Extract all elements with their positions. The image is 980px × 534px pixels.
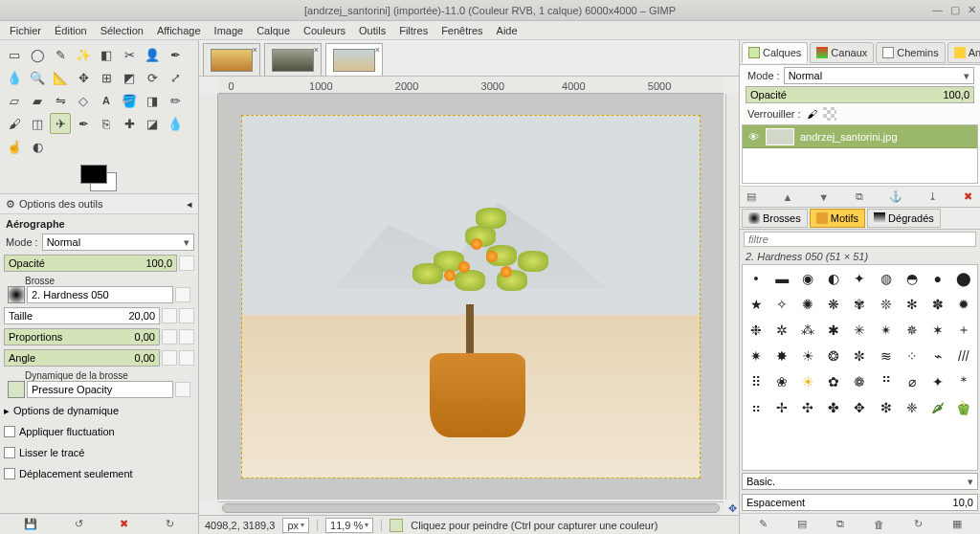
raise-layer-icon[interactable]: ▲: [780, 189, 795, 205]
pattern-cell[interactable]: ❋: [821, 292, 846, 317]
pattern-cell[interactable]: ✹: [951, 292, 976, 317]
pattern-cell[interactable]: ＊: [951, 369, 976, 394]
opacity-reset-button[interactable]: [179, 256, 194, 271]
tool-rect-select[interactable]: ▭: [4, 44, 25, 65]
dynamics-preview[interactable]: [8, 381, 25, 398]
new-brush-icon[interactable]: ▤: [797, 518, 807, 530]
spacing-field[interactable]: Espacement 10,0: [742, 494, 978, 511]
menu-colors[interactable]: Couleurs: [298, 23, 351, 38]
pattern-cell[interactable]: ❊: [874, 292, 899, 317]
tool-eraser[interactable]: ◫: [27, 113, 48, 134]
mode-dropdown[interactable]: Normal: [42, 234, 194, 251]
menu-filters[interactable]: Filtres: [393, 23, 434, 38]
tool-scissors[interactable]: ✂: [119, 44, 140, 65]
close-window-button[interactable]: ✕: [968, 4, 976, 16]
pattern-cell[interactable]: ❇: [874, 395, 899, 420]
restore-preset-icon[interactable]: ↺: [75, 518, 83, 530]
pattern-cell[interactable]: ＋: [951, 318, 976, 343]
pattern-cell[interactable]: ✷: [744, 344, 768, 368]
lock-alpha-icon[interactable]: [823, 107, 836, 121]
size-reset-button[interactable]: [162, 308, 177, 323]
tool-free-select[interactable]: ✎: [50, 44, 71, 65]
pattern-cell[interactable]: ///: [951, 344, 976, 368]
tool-rotate[interactable]: ⟳: [142, 67, 163, 88]
tool-shear[interactable]: ▱: [4, 90, 25, 111]
pattern-cell[interactable]: ✾: [847, 292, 872, 317]
tool-pencil[interactable]: ✏: [165, 90, 186, 111]
menu-image[interactable]: Image: [209, 23, 250, 38]
pattern-cell[interactable]: 🌶: [925, 395, 950, 420]
pattern-cell[interactable]: ❀: [769, 369, 794, 394]
pattern-cell[interactable]: •: [744, 266, 768, 291]
brush-preset-dropdown[interactable]: Basic.: [742, 473, 978, 490]
maximize-button[interactable]: ▢: [950, 4, 960, 16]
pattern-cell[interactable]: ✧: [769, 292, 794, 317]
tool-move[interactable]: ✥: [73, 67, 94, 88]
tool-text[interactable]: A: [96, 90, 117, 111]
tool-gradient[interactable]: ◨: [142, 90, 163, 111]
tool-crop[interactable]: ◩: [119, 67, 140, 88]
color-swatches[interactable]: [0, 163, 198, 193]
pattern-cell[interactable]: ≋: [874, 344, 899, 368]
delete-layer-icon[interactable]: ✖: [961, 189, 976, 205]
pattern-cell[interactable]: ☀: [795, 369, 820, 394]
pattern-cell[interactable]: ✦: [925, 369, 950, 394]
visibility-toggle-icon[interactable]: 👁: [746, 131, 760, 143]
tool-zoom[interactable]: 🔍: [27, 67, 48, 88]
move-only-checkbox[interactable]: Déplacement seulement: [4, 465, 194, 482]
pattern-cell[interactable]: ✶: [925, 318, 950, 343]
angle-link-button[interactable]: [179, 350, 194, 366]
tab-layers[interactable]: Calques: [742, 42, 808, 63]
pattern-cell[interactable]: ◐: [821, 266, 846, 291]
save-preset-icon[interactable]: 💾: [24, 518, 37, 530]
tool-ellipse-select[interactable]: ◯: [27, 44, 48, 65]
pattern-cell[interactable]: ✳: [847, 318, 872, 343]
lower-layer-icon[interactable]: ▼: [816, 189, 832, 205]
tool-options-tab[interactable]: ⚙ Options des outils ◂: [0, 193, 198, 214]
pattern-cell[interactable]: ⌁: [925, 344, 950, 368]
layer-opacity-slider[interactable]: Opacité 100,0: [746, 86, 974, 103]
close-tab-icon[interactable]: ×: [253, 45, 257, 55]
tool-bucket[interactable]: 🪣: [119, 90, 140, 111]
layer-mode-dropdown[interactable]: Normal: [784, 67, 974, 84]
brush-select[interactable]: 2. Hardness 050: [27, 286, 173, 303]
pattern-cell[interactable]: ▬: [769, 266, 794, 291]
tab-channels[interactable]: Canaux: [810, 42, 874, 63]
brush-edit-button[interactable]: [175, 287, 190, 302]
pattern-cell[interactable]: ❉: [744, 318, 768, 343]
pattern-cell[interactable]: ✽: [925, 292, 950, 317]
pattern-cell[interactable]: ✻: [900, 292, 924, 317]
anchor-layer-icon[interactable]: ⚓: [888, 189, 903, 205]
ruler-horizontal[interactable]: 0 1000 2000 3000 4000 5000: [218, 77, 724, 94]
tool-perspective-clone[interactable]: ◪: [142, 113, 163, 134]
pattern-cell[interactable]: ✸: [769, 344, 794, 368]
tab-gradients[interactable]: Dégradés: [867, 209, 941, 228]
pattern-grid[interactable]: •▬◉◐✦◍◓●⬤ ★✧✺❋✾❊✻✽✹ ❉✲⁂✱✳✴✵✶＋ ✷✸☀❂✼≋⁘⌁//…: [742, 264, 978, 471]
image-tab-2[interactable]: ×: [264, 43, 322, 76]
layer-row[interactable]: 👁 andrzej_santorini.jpg: [743, 125, 977, 148]
pattern-cell[interactable]: ⠛: [874, 369, 899, 394]
brush-preview[interactable]: [8, 286, 25, 303]
scrollbar-horizontal[interactable]: [218, 501, 724, 515]
image-tab-3[interactable]: ×: [325, 43, 383, 76]
angle-reset-button[interactable]: [162, 350, 177, 366]
tool-perspective[interactable]: ▰: [27, 90, 48, 111]
image-tab-1[interactable]: ×: [203, 43, 260, 76]
tool-smudge[interactable]: ☝: [4, 136, 25, 157]
tab-paths[interactable]: Chemins: [876, 42, 945, 63]
lock-pixels-icon[interactable]: 🖌: [807, 108, 817, 120]
pattern-cell[interactable]: ✵: [900, 318, 924, 343]
pattern-cell[interactable]: ⬤: [951, 266, 976, 291]
pattern-cell[interactable]: ⌀: [900, 369, 924, 394]
pattern-cell[interactable]: ✴: [874, 318, 899, 343]
pattern-cell[interactable]: ❈: [900, 395, 924, 420]
layer-name[interactable]: andrzej_santorini.jpg: [800, 131, 898, 143]
pattern-cell[interactable]: ✱: [821, 318, 846, 343]
pattern-cell[interactable]: ✢: [769, 395, 794, 420]
tool-clone[interactable]: ⎘: [96, 113, 117, 134]
tool-color-picker[interactable]: 💧: [4, 67, 25, 88]
close-tab-icon[interactable]: ×: [314, 45, 319, 55]
menu-select[interactable]: Sélection: [95, 23, 149, 38]
menu-edit[interactable]: Édition: [49, 23, 93, 38]
pattern-cell[interactable]: ✲: [769, 318, 794, 343]
